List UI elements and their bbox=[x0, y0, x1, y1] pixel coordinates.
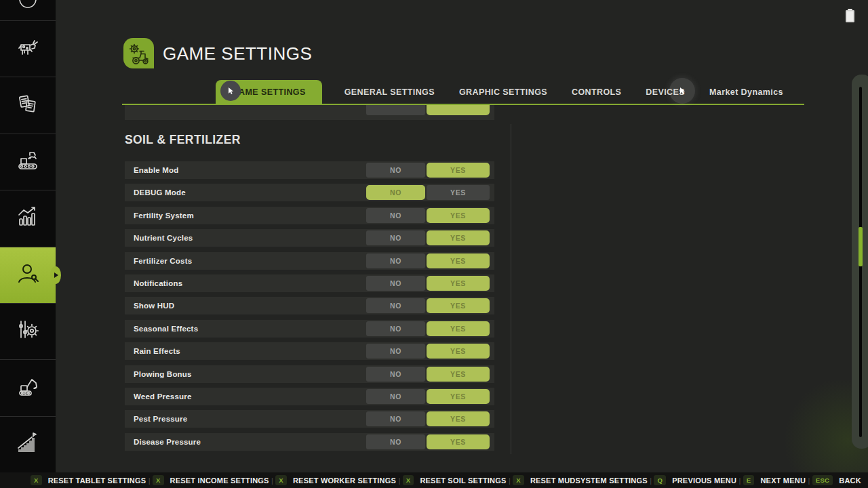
toggle-yes-button[interactable]: YES bbox=[427, 344, 490, 359]
setting-label: Show HUD bbox=[134, 302, 174, 310]
setting-label: Pest Pressure bbox=[134, 415, 187, 423]
tractor-gear-icon bbox=[123, 38, 154, 68]
setting-row: Notifications NO YES bbox=[125, 274, 494, 292]
mod-settings-icon bbox=[16, 318, 40, 345]
setting-label: Plowing Bonus bbox=[134, 370, 192, 378]
separator: | bbox=[650, 476, 652, 485]
tab-general-settings[interactable]: GENERAL SETTINGS bbox=[342, 80, 437, 104]
hint-previous-menu[interactable]: Q PREVIOUS MENU bbox=[654, 475, 736, 485]
toggle-yes-button[interactable]: YES bbox=[427, 434, 490, 449]
key-action-label: PREVIOUS MENU bbox=[672, 476, 736, 485]
setting-row: Weed Pressure NO YES bbox=[125, 388, 494, 405]
toggle-no-button[interactable]: NO bbox=[366, 276, 425, 291]
setting-label: Disease Pressure bbox=[134, 438, 201, 446]
settings-list: Enable Mod NO YES DEBUG Mode NO YES Fert… bbox=[125, 161, 494, 455]
toggle-no-button[interactable] bbox=[366, 105, 425, 115]
toggle-yes-button[interactable]: YES bbox=[427, 185, 490, 200]
game-settings-screen: GAME SETTINGS GAME SETTINGSGENERAL SETTI… bbox=[0, 0, 868, 488]
sidebar-item-clock[interactable] bbox=[0, 0, 56, 20]
separator: | bbox=[149, 476, 151, 485]
toggle-yes-button[interactable]: YES bbox=[427, 411, 490, 426]
partial-setting-row bbox=[125, 105, 494, 120]
toggle-yes-button[interactable]: YES bbox=[427, 163, 490, 178]
toggle-yes-button[interactable]: YES bbox=[427, 253, 490, 268]
key-badge: X bbox=[403, 475, 414, 485]
toggle-no-button[interactable]: NO bbox=[366, 321, 425, 336]
sidebar-item-player-settings[interactable] bbox=[0, 247, 56, 303]
sidebar-item-statistics[interactable] bbox=[0, 190, 56, 246]
toggle-yes-button[interactable]: YES bbox=[427, 276, 490, 291]
tab-market-dynamics[interactable]: Market Dynamics bbox=[707, 80, 785, 104]
setting-label: Seasonal Effects bbox=[134, 325, 198, 333]
key-action-label: BACK bbox=[839, 476, 861, 485]
player-settings-icon bbox=[16, 262, 40, 289]
contracts-icon bbox=[16, 92, 40, 119]
setting-label: Enable Mod bbox=[134, 166, 179, 174]
section-title: SOIL & FERTILIZER bbox=[125, 133, 241, 147]
production-icon bbox=[16, 148, 40, 176]
key-action-label: RESET MUDSYSTEM SETTINGS bbox=[530, 476, 648, 485]
hint-reset-income-settings[interactable]: X RESET INCOME SETTINGS bbox=[153, 475, 269, 485]
key-badge: X bbox=[275, 475, 287, 485]
tab-bar: GAME SETTINGSGENERAL SETTINGSGRAPHIC SET… bbox=[216, 80, 785, 104]
sidebar-item-construction[interactable] bbox=[0, 359, 56, 415]
battery-icon bbox=[846, 10, 854, 22]
active-item-arrow bbox=[54, 272, 58, 278]
toggle-no-button[interactable]: NO bbox=[366, 389, 425, 404]
toggle-no-button[interactable]: NO bbox=[366, 298, 425, 313]
setting-row: Disease Pressure NO YES bbox=[125, 433, 494, 451]
hint-reset-worker-settings[interactable]: X RESET WORKER SETTINGS bbox=[275, 475, 396, 485]
key-action-label: RESET SOIL SETTINGS bbox=[420, 476, 506, 485]
tab-graphic-settings[interactable]: GRAPHIC SETTINGS bbox=[457, 80, 549, 104]
setting-label: Notifications bbox=[134, 279, 182, 287]
toggle-no-button[interactable]: NO bbox=[366, 230, 425, 245]
hint-reset-soil-settings[interactable]: X RESET SOIL SETTINGS bbox=[403, 475, 507, 485]
key-action-label: RESET TABLET SETTINGS bbox=[48, 476, 146, 485]
toggle-yes-button[interactable]: YES bbox=[427, 208, 490, 223]
toggle-no-button[interactable]: NO bbox=[366, 344, 425, 359]
separator: | bbox=[509, 476, 511, 485]
sidebar-item-animals[interactable] bbox=[0, 20, 56, 77]
separator: | bbox=[808, 476, 810, 485]
toggle-yes-button[interactable]: YES bbox=[427, 321, 490, 336]
separator: | bbox=[271, 476, 273, 485]
tab-controls[interactable]: CONTROLS bbox=[570, 80, 623, 104]
key-action-label: RESET WORKER SETTINGS bbox=[293, 476, 396, 485]
key-badge: Q bbox=[654, 475, 666, 485]
toggle-no-button[interactable]: NO bbox=[366, 367, 425, 382]
scrollbar[interactable] bbox=[852, 75, 868, 449]
toggle-yes-button[interactable]: YES bbox=[427, 230, 490, 245]
key-badge: E bbox=[743, 475, 755, 485]
setting-row: Fertility System NO YES bbox=[125, 207, 494, 224]
hint-reset-tablet-settings[interactable]: X RESET TABLET SETTINGS bbox=[31, 475, 146, 485]
setting-label: Rain Effects bbox=[134, 347, 180, 355]
key-badge: ESC bbox=[812, 475, 833, 485]
toggle-no-button[interactable]: NO bbox=[366, 434, 425, 449]
toggle-yes-button[interactable]: YES bbox=[427, 389, 490, 404]
toggle-no-button[interactable]: NO bbox=[366, 185, 425, 200]
sidebar-item-production[interactable] bbox=[0, 134, 56, 190]
toggle-no-button[interactable]: NO bbox=[366, 208, 425, 223]
setting-label: Fertilizer Costs bbox=[134, 257, 192, 265]
hint-back[interactable]: ESC BACK bbox=[812, 475, 861, 485]
sidebar-item-contracts[interactable] bbox=[0, 77, 56, 133]
toggle-yes-button[interactable]: YES bbox=[427, 298, 490, 313]
hint-next-menu[interactable]: E NEXT MENU bbox=[743, 475, 806, 485]
progress-icon bbox=[16, 431, 40, 458]
toggle-no-button[interactable]: NO bbox=[366, 163, 425, 178]
toggle-no-button[interactable]: NO bbox=[366, 253, 425, 268]
cursor-indicator bbox=[220, 81, 241, 101]
setting-row: Pest Pressure NO YES bbox=[125, 410, 494, 428]
cursor-indicator bbox=[669, 78, 695, 104]
toggle-no-button[interactable]: NO bbox=[366, 411, 425, 426]
key-action-label: NEXT MENU bbox=[760, 476, 806, 485]
toggle-yes-button[interactable]: YES bbox=[427, 367, 490, 382]
hint-reset-mudsystem-settings[interactable]: X RESET MUDSYSTEM SETTINGS bbox=[513, 475, 648, 485]
sidebar-item-progress[interactable] bbox=[0, 416, 56, 472]
sidebar-item-mod-settings[interactable] bbox=[0, 303, 56, 359]
separator: | bbox=[739, 476, 741, 485]
toggle-yes-button[interactable] bbox=[427, 105, 490, 115]
setting-row: Enable Mod NO YES bbox=[125, 161, 494, 179]
separator: | bbox=[399, 476, 401, 485]
scrollbar-thumb[interactable] bbox=[859, 227, 863, 266]
